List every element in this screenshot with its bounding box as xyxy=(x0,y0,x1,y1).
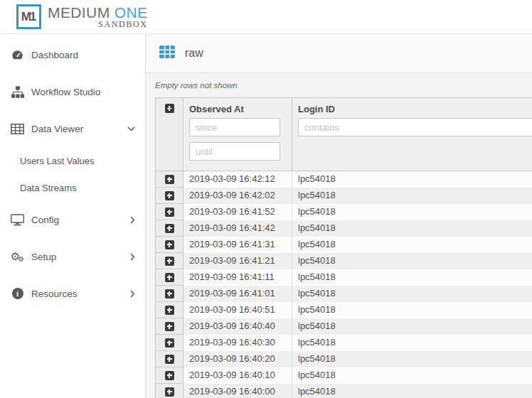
table-row: 2019-03-09 16:41:31lpc54018 xyxy=(156,237,532,253)
observed-at-cell: 2019-03-09 16:40:40 xyxy=(183,318,292,335)
expand-row-button[interactable] xyxy=(165,240,174,249)
sidebar-item-label: Data Viewer xyxy=(31,124,83,134)
chevron-right-icon xyxy=(130,253,135,261)
login-id-cell: lpc54018 xyxy=(292,318,532,335)
observed-at-cell: 2019-03-09 16:41:52 xyxy=(183,204,292,220)
until-filter-input[interactable] xyxy=(189,142,280,161)
row-expand-cell xyxy=(156,302,183,318)
sidebar-item-label: Config xyxy=(31,215,59,225)
expand-row-button[interactable] xyxy=(165,191,174,200)
expand-row-button[interactable] xyxy=(165,289,174,298)
table-row: 2019-03-09 16:41:21lpc54018 xyxy=(156,253,532,269)
login-id-cell: lpc54018 xyxy=(292,204,532,220)
monitor-icon xyxy=(10,214,25,226)
expand-row-button[interactable] xyxy=(165,371,174,380)
expand-row-button[interactable] xyxy=(165,175,174,184)
sidebar-item-setup[interactable]: ⚙⚙ Setup xyxy=(0,238,145,275)
expand-row-button[interactable] xyxy=(165,322,174,331)
table-row: 2019-03-09 16:41:42lpc54018 xyxy=(156,220,532,237)
sidebar: Dashboard Workflow Studio xyxy=(0,34,146,398)
table-row: 2019-03-09 16:42:12lpc54018 xyxy=(156,171,532,188)
contains-filter-input[interactable] xyxy=(298,118,532,136)
table-icon xyxy=(10,124,25,134)
login-id-cell: lpc54018 xyxy=(292,188,532,204)
page-header: raw xyxy=(146,34,532,73)
gauge-icon xyxy=(10,48,25,62)
row-expand-cell xyxy=(156,335,183,351)
medium-one-logo[interactable]: M1 MEDIUM ONE SANDBOX xyxy=(16,4,148,30)
row-expand-cell xyxy=(156,237,183,253)
row-expand-cell xyxy=(156,220,183,237)
expand-all-cell xyxy=(156,98,183,171)
expand-all-button[interactable] xyxy=(165,104,174,113)
main-content: raw Empty rows not shown Observed At Log… xyxy=(146,34,532,398)
sidebar-item-workflow-studio[interactable]: Workflow Studio xyxy=(0,73,145,110)
expand-row-button[interactable] xyxy=(165,355,174,364)
row-expand-cell xyxy=(156,188,183,204)
table-row: 2019-03-09 16:40:51lpc54018 xyxy=(156,302,532,318)
login-id-cell: lpc54018 xyxy=(292,253,532,269)
sitemap-icon xyxy=(10,86,25,98)
table-row: 2019-03-09 16:41:52lpc54018 xyxy=(156,204,532,220)
login-id-cell: lpc54018 xyxy=(292,335,532,351)
raw-data-table: Observed At Login ID 2019-03-09 16:42:12… xyxy=(155,97,532,398)
login-id-cell: lpc54018 xyxy=(292,384,532,398)
sidebar-item-data-viewer[interactable]: Data Viewer xyxy=(0,110,145,147)
login-id-cell: lpc54018 xyxy=(292,286,532,302)
column-label-observed-at: Observed At xyxy=(183,98,292,118)
row-expand-cell xyxy=(156,269,183,286)
sidebar-item-dashboard[interactable]: Dashboard xyxy=(0,36,145,73)
expand-row-button[interactable] xyxy=(165,257,174,266)
sidebar-item-label: Setup xyxy=(31,252,56,262)
logo-one: ONE xyxy=(115,4,148,21)
row-expand-cell xyxy=(156,253,183,269)
row-expand-cell xyxy=(156,367,183,384)
login-id-cell: lpc54018 xyxy=(292,220,532,237)
row-expand-cell xyxy=(156,286,183,302)
sidebar-item-users-last-values[interactable]: Users Last Values xyxy=(0,147,145,174)
sidebar-item-config[interactable]: Config xyxy=(0,201,145,238)
login-id-cell: lpc54018 xyxy=(292,237,532,253)
table-row: 2019-03-09 16:41:01lpc54018 xyxy=(156,286,532,302)
login-id-cell: lpc54018 xyxy=(292,269,532,286)
since-filter-input[interactable] xyxy=(189,118,280,136)
logo-text: MEDIUM ONE SANDBOX xyxy=(48,4,148,30)
table-row: 2019-03-09 16:40:30lpc54018 xyxy=(156,335,532,351)
expand-row-button[interactable] xyxy=(165,338,174,348)
table-row: 2019-03-09 16:40:40lpc54018 xyxy=(156,318,532,335)
sidebar-item-resources[interactable]: i Resources xyxy=(0,275,145,312)
observed-at-cell: 2019-03-09 16:40:20 xyxy=(183,351,292,367)
observed-at-cell: 2019-03-09 16:42:12 xyxy=(183,171,292,188)
observed-at-cell: 2019-03-09 16:41:42 xyxy=(183,220,292,237)
login-id-cell: lpc54018 xyxy=(292,351,532,367)
table-header: Observed At Login ID xyxy=(155,97,532,171)
observed-at-column-header: Observed At xyxy=(183,98,292,171)
expand-row-button[interactable] xyxy=(165,306,174,315)
expand-row-button[interactable] xyxy=(165,208,174,217)
row-expand-cell xyxy=(156,171,183,188)
expand-row-button[interactable] xyxy=(165,273,174,282)
sidebar-subitem-label: Data Streams xyxy=(20,183,76,193)
chevron-right-icon xyxy=(130,290,135,298)
chevron-right-icon xyxy=(130,216,135,224)
gears-icon: ⚙⚙ xyxy=(10,251,25,263)
table-row: 2019-03-09 16:41:11lpc54018 xyxy=(156,269,532,286)
observed-at-cell: 2019-03-09 16:40:30 xyxy=(183,335,292,351)
logo-sandbox: SANDBOX xyxy=(48,19,148,30)
sidebar-item-data-streams[interactable]: Data Streams xyxy=(0,174,145,201)
observed-at-cell: 2019-03-09 16:41:01 xyxy=(183,286,292,302)
observed-at-cell: 2019-03-09 16:40:51 xyxy=(183,302,292,318)
login-id-cell: lpc54018 xyxy=(292,171,532,188)
expand-row-button[interactable] xyxy=(165,224,174,233)
logo-m1-icon: M1 xyxy=(16,4,41,29)
sidebar-item-label: Workflow Studio xyxy=(31,87,100,97)
sidebar-item-label: Resources xyxy=(31,289,78,299)
login-id-column-header: Login ID xyxy=(292,98,532,171)
row-expand-cell xyxy=(156,384,183,398)
top-bar: M1 MEDIUM ONE SANDBOX xyxy=(0,0,532,34)
empty-rows-note: Empty rows not shown xyxy=(155,81,532,91)
table-grid-icon xyxy=(159,45,175,61)
table-row: 2019-03-09 16:42:02lpc54018 xyxy=(156,188,532,204)
expand-row-button[interactable] xyxy=(165,387,174,397)
logo-medium: MEDIUM xyxy=(48,4,110,21)
